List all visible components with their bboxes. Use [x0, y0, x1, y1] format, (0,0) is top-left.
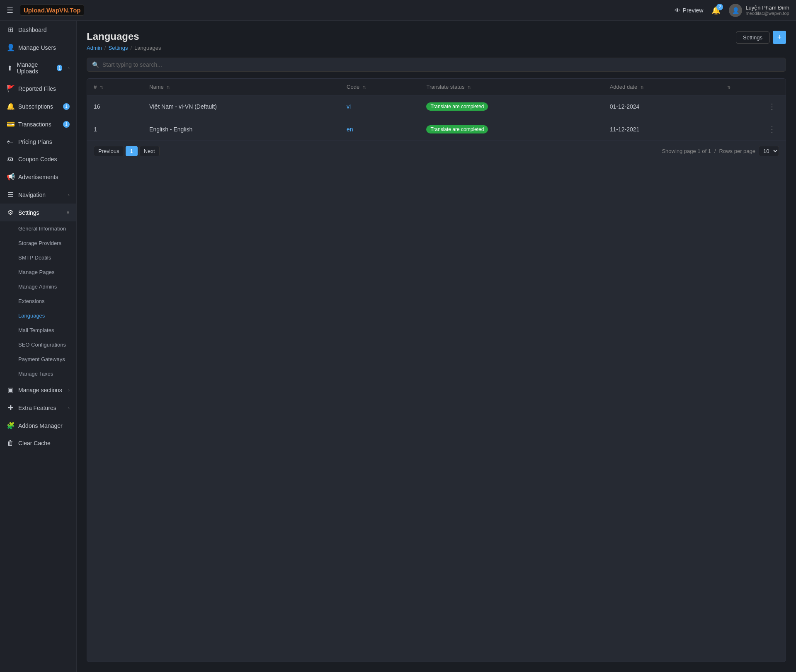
sort-icon[interactable]: ⇅ — [363, 85, 366, 90]
sidebar-item-manage-users[interactable]: 👤 Manage Users — [0, 39, 76, 56]
sidebar-item-label: Addons Manager — [18, 422, 63, 429]
row-actions: ⋮ — [719, 95, 786, 118]
sidebar-item-extra-features[interactable]: ✚ Extra Features › — [0, 399, 76, 417]
sidebar-item-dashboard[interactable]: ⊞ Dashboard — [0, 21, 76, 39]
code-link[interactable]: vi — [347, 103, 351, 110]
upload-icon: ⬆ — [7, 64, 13, 72]
sidebar-sub-manage-admins[interactable]: Manage Admins — [0, 279, 76, 294]
sort-icon[interactable]: ⇅ — [641, 85, 644, 90]
sidebar-item-manage-uploads[interactable]: ⬆ Manage Uploads 1 › — [0, 56, 76, 80]
logo: Upload.WapVN.Top — [20, 5, 84, 16]
app-body: ⊞ Dashboard 👤 Manage Users ⬆ Manage Uplo… — [0, 21, 796, 672]
col-name: Name ⇅ — [143, 79, 340, 95]
next-button[interactable]: Next — [139, 146, 160, 156]
col-code: Code ⇅ — [340, 79, 420, 95]
sidebar-sub-seo-configurations[interactable]: SEO Configurations — [0, 337, 76, 352]
sidebar-sub-manage-pages[interactable]: Manage Pages — [0, 265, 76, 279]
table-container: # ⇅ Name ⇅ Code ⇅ Translate status — [87, 78, 786, 662]
chevron-right-icon: › — [68, 66, 70, 70]
addons-icon: 🧩 — [7, 422, 14, 429]
row-id: 1 — [87, 118, 143, 141]
sidebar-item-transactions[interactable]: 💳 Transactions 1 — [0, 115, 76, 133]
chevron-right-icon: › — [68, 405, 70, 410]
pagination-right: Showing page 1 of 1 / Rows per page 10 2… — [662, 146, 779, 156]
breadcrumb-settings[interactable]: Settings — [108, 45, 128, 51]
sidebar-item-label: Pricing Plans — [18, 138, 52, 145]
user-email: meodilac@wapvn.top — [745, 11, 789, 16]
preview-button[interactable]: 👁 Preview — [675, 7, 704, 14]
sidebar-item-addons-manager[interactable]: 🧩 Addons Manager — [0, 417, 76, 434]
transactions-icon: 💳 — [7, 120, 14, 128]
sidebar-item-manage-sections[interactable]: ▣ Manage sections › — [0, 381, 76, 399]
sort-icon[interactable]: ⇅ — [167, 85, 170, 90]
topbar-right: 👁 Preview 🔔 2 👤 Luyện Phạm Đình meodilac… — [675, 4, 789, 17]
breadcrumb-admin[interactable]: Admin — [87, 45, 102, 51]
more-button[interactable]: ⋮ — [765, 124, 779, 135]
breadcrumb-current: Languages — [134, 45, 161, 51]
col-translate-status: Translate status ⇅ — [420, 79, 603, 95]
preview-label: Preview — [683, 7, 704, 14]
sidebar-item-label: Navigation — [18, 192, 46, 198]
add-button[interactable]: + — [773, 31, 786, 44]
row-status: Translate are completed — [420, 118, 603, 141]
sidebar-item-label: Dashboard — [18, 27, 47, 33]
page-title: Languages — [87, 31, 161, 42]
row-code: en — [340, 118, 420, 141]
sidebar-item-label: Extra Features — [18, 405, 56, 411]
sort-icon[interactable]: ⇅ — [468, 85, 471, 90]
notification-button[interactable]: 🔔 2 — [711, 6, 721, 15]
sidebar-item-reported-files[interactable]: 🚩 Reported Files — [0, 80, 76, 97]
col-added-date: Added date ⇅ — [603, 79, 719, 95]
sidebar-item-label: Manage sections — [18, 387, 62, 393]
sidebar-sub-payment-gateways[interactable]: Payment Gateways — [0, 352, 76, 366]
sidebar-sub-manage-taxes[interactable]: Manage Taxes — [0, 366, 76, 381]
previous-button[interactable]: Previous — [94, 146, 124, 156]
uploads-badge: 1 — [57, 65, 62, 71]
sidebar-sub-extensions[interactable]: Extensions — [0, 294, 76, 308]
page-header-right: Settings + — [736, 31, 786, 44]
sidebar-item-clear-cache[interactable]: 🗑 Clear Cache — [0, 434, 76, 452]
showing-text: Showing page 1 of 1 — [662, 148, 711, 154]
code-link[interactable]: en — [347, 126, 353, 133]
sidebar-item-pricing-plans[interactable]: 🏷 Pricing Plans — [0, 133, 76, 150]
row-code: vi — [340, 95, 420, 118]
dashboard-icon: ⊞ — [7, 26, 14, 34]
sidebar-item-coupon-codes[interactable]: 🎟 Coupon Codes — [0, 150, 76, 168]
sidebar-item-label: Settings — [18, 209, 39, 216]
coupon-icon: 🎟 — [7, 155, 14, 163]
sidebar-item-label: Advertisements — [18, 174, 58, 180]
page-header-left: Languages Admin / Settings / Languages — [87, 31, 161, 51]
page-1-button[interactable]: 1 — [126, 146, 138, 156]
user-menu[interactable]: 👤 Luyện Phạm Đình meodilac@wapvn.top — [729, 4, 789, 17]
sidebar-item-subscriptions[interactable]: 🔔 Subscriptions 1 — [0, 97, 76, 115]
rows-per-page-select[interactable]: 10 25 50 — [759, 146, 779, 156]
breadcrumb-sep1: / — [104, 45, 106, 51]
settings-button[interactable]: Settings — [736, 32, 769, 44]
col-id: # ⇅ — [87, 79, 143, 95]
hamburger-icon[interactable]: ☰ — [7, 6, 13, 15]
sidebar-sub-smtp-details[interactable]: SMTP Deatils — [0, 250, 76, 265]
sidebar-item-settings[interactable]: ⚙ Settings ∨ — [0, 204, 76, 221]
sort-icon[interactable]: ⇅ — [727, 85, 730, 90]
sidebar-item-navigation[interactable]: ☰ Navigation › — [0, 186, 76, 204]
rows-per-page-label: Rows per page — [719, 148, 755, 154]
sidebar-item-label: Transactions — [18, 121, 51, 128]
sidebar-sub-mail-templates[interactable]: Mail Templates — [0, 323, 76, 337]
sidebar-item-label: Clear Cache — [18, 440, 51, 446]
sections-icon: ▣ — [7, 386, 14, 394]
sort-icon[interactable]: ⇅ — [100, 85, 103, 90]
search-input[interactable] — [102, 61, 781, 68]
sidebar-sub-general-information[interactable]: General Information — [0, 221, 76, 236]
pricing-icon: 🏷 — [7, 138, 14, 146]
divider: / — [714, 148, 716, 154]
flag-icon: 🚩 — [7, 85, 14, 92]
subscriptions-badge: 1 — [63, 103, 70, 110]
row-status: Translate are completed — [420, 95, 603, 118]
sidebar-item-advertisements[interactable]: 📢 Advertisements — [0, 168, 76, 186]
bell-sub-icon: 🔔 — [7, 102, 14, 110]
sidebar-item-label: Subscriptions — [18, 103, 53, 110]
sidebar-sub-languages[interactable]: Languages — [0, 308, 76, 323]
more-button[interactable]: ⋮ — [765, 101, 779, 112]
chevron-right-icon: › — [68, 388, 70, 393]
sidebar-sub-storage-providers[interactable]: Storage Providers — [0, 236, 76, 250]
